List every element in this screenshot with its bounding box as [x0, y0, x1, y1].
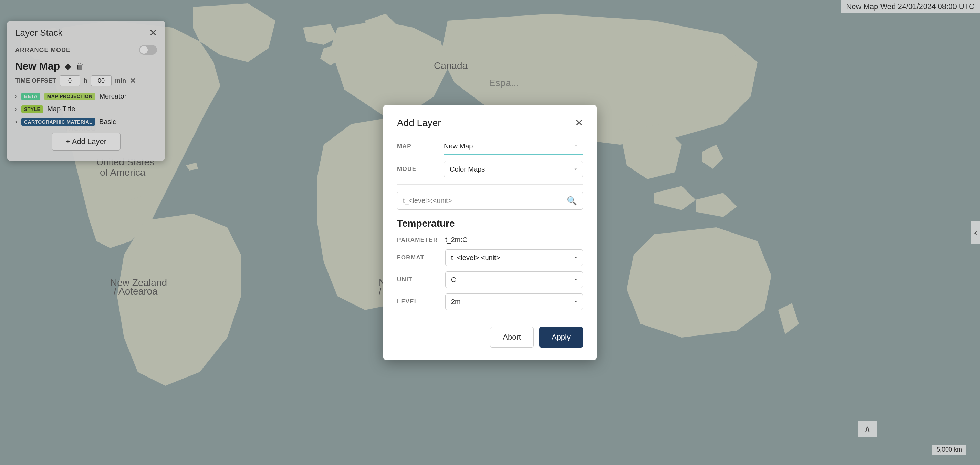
parameter-label: PARAMETER [397, 237, 445, 244]
level-label: LEVEL [397, 298, 445, 305]
search-row: 🔍 [397, 191, 583, 210]
format-row: FORMAT t_<level>:<unit> [397, 249, 583, 266]
map-field-label: MAP [397, 143, 438, 150]
format-label: FORMAT [397, 254, 445, 261]
apply-button[interactable]: Apply [539, 327, 583, 347]
level-select[interactable]: 2m 10m 100m [445, 293, 583, 310]
map-select[interactable]: New Map [444, 138, 583, 154]
section-title: Temperature [397, 218, 583, 229]
mode-field-row: MODE Color Maps Isolines Wind Barbs [397, 161, 583, 177]
level-row: LEVEL 2m 10m 100m [397, 293, 583, 310]
abort-button[interactable]: Abort [490, 327, 534, 347]
parameter-value: t_2m:C [445, 236, 467, 244]
unit-label: UNIT [397, 276, 445, 283]
map-field-row: MAP New Map [397, 138, 583, 154]
mode-select[interactable]: Color Maps Isolines Wind Barbs [444, 161, 583, 177]
dialog-title: Add Layer [397, 118, 441, 129]
dialog-header: Add Layer ✕ [397, 118, 583, 129]
dialog-footer: Abort Apply [397, 320, 583, 347]
search-button[interactable]: 🔍 [561, 193, 582, 209]
mode-field-label: MODE [397, 166, 438, 172]
unit-row: UNIT C K F [397, 271, 583, 288]
divider-1 [397, 184, 583, 185]
add-layer-dialog: Add Layer ✕ MAP New Map MODE Color Maps … [383, 105, 597, 360]
parameter-row: PARAMETER t_2m:C [397, 236, 583, 244]
unit-select[interactable]: C K F [445, 271, 583, 288]
dialog-close-button[interactable]: ✕ [575, 118, 583, 128]
search-input[interactable] [398, 192, 561, 209]
format-select[interactable]: t_<level>:<unit> [445, 249, 583, 266]
